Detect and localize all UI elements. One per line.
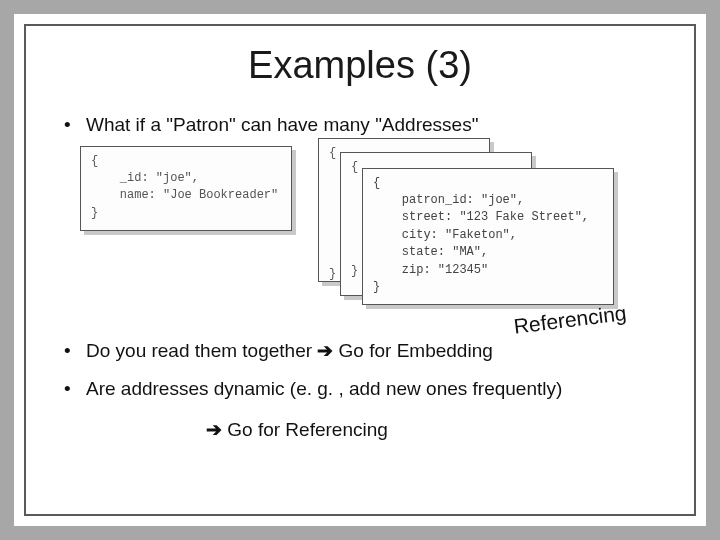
bullet-2-pre: Do you read them together [86, 340, 317, 361]
arrow-icon: ➔ [206, 419, 222, 440]
bullet-2: Do you read them together ➔ Go for Embed… [64, 339, 670, 364]
code-area: { _id: "joe", name: "Joe Bookreader" } {… [86, 140, 670, 325]
code-address-front: { patron_id: "joe", street: "123 Fake St… [362, 168, 614, 306]
bullet-1: What if a "Patron" can have many "Addres… [64, 113, 670, 325]
code-patron: { _id: "joe", name: "Joe Bookreader" } [80, 146, 292, 232]
slide-title: Examples (3) [26, 44, 694, 87]
bullet-3: Are addresses dynamic (e. g. , add new o… [64, 377, 670, 442]
arrow-icon: ➔ [317, 340, 333, 361]
bullet-1-text: What if a "Patron" can have many "Addres… [86, 114, 478, 135]
bullet-3-sub: ➔ Go for Referencing [206, 418, 670, 443]
bullet-3-sub-text: Go for Referencing [222, 419, 388, 440]
bullet-list: What if a "Patron" can have many "Addres… [26, 113, 694, 443]
bullet-2-post: Go for Embedding [333, 340, 492, 361]
slide-frame: Examples (3) What if a "Patron" can have… [24, 24, 696, 516]
referencing-label: Referencing [512, 299, 628, 340]
bullet-3-text: Are addresses dynamic (e. g. , add new o… [86, 378, 562, 399]
slide: Examples (3) What if a "Patron" can have… [14, 14, 706, 526]
